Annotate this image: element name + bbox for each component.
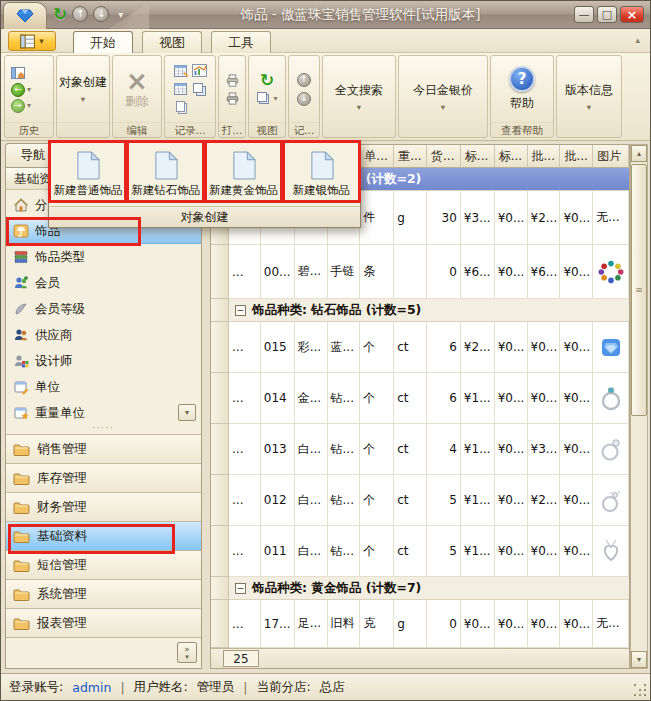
ribbon-tab-row: ▾ 开始 视图 工具 ▴ [1, 29, 650, 53]
sidebar-item-supplier[interactable]: 供应商 [6, 322, 201, 348]
table-row[interactable]: ...015彩...蓝...个ct6¥2...¥0...¥0...¥0... [211, 322, 629, 373]
sidebar-item-unit[interactable]: 单位 [6, 374, 201, 400]
table-row[interactable]: ...014金...钻...个ct6¥1...¥0...¥0...¥0... [211, 373, 629, 424]
table-row[interactable]: ...013白...钻...个ct4¥1...¥0...¥3...¥0... [211, 424, 629, 475]
annotation-box-new-silver [282, 140, 361, 203]
sidebar-group-finance[interactable]: 财务管理 [6, 492, 201, 521]
window-controls: — □ × [574, 6, 644, 23]
refresh-view-icon[interactable]: ↻ [260, 72, 274, 88]
column-header[interactable]: 标... [461, 145, 495, 168]
close-button[interactable]: × [620, 6, 644, 23]
ribbon-group-edit: × 删除 编辑 [112, 55, 162, 138]
fulltext-search-button[interactable]: 全文搜索 ▾ [323, 56, 395, 137]
record-down-icon[interactable]: ↓ [297, 92, 311, 106]
sidebar-group-report[interactable]: 报表管理 [6, 608, 201, 637]
column-header[interactable]: 标... [495, 145, 528, 168]
sidebar-overflow-button[interactable]: ▾ [178, 404, 196, 421]
user-value: 管理员 [197, 679, 235, 696]
table-group-row[interactable]: −饰品种类: 钻石饰品 (计数=5) [211, 299, 629, 322]
separator: | [243, 680, 247, 695]
grid-new-icon[interactable] [174, 64, 189, 79]
supplier-icon [13, 327, 29, 343]
sidebar-item-weight-unit[interactable]: 重量单位 ▾ [6, 400, 201, 426]
sidebar-item-member[interactable]: 会员 [6, 270, 201, 296]
record-up-icon[interactable]: ↑ [297, 73, 311, 87]
delete-button[interactable]: × 删除 [113, 56, 161, 122]
ribbon-group-print: 打... [218, 55, 246, 138]
table-row[interactable]: ...012白...钻...个ct5¥1...¥0...¥2...¥0... [211, 475, 629, 526]
table-row[interactable]: ...011白...钻...个ct5¥1...¥0...¥0...¥0... [211, 526, 629, 577]
grid-edit-icon[interactable] [174, 82, 189, 97]
sidebar-group-label: 报表管理 [37, 615, 87, 632]
column-header[interactable]: 单... [360, 145, 394, 168]
app-logo-tab[interactable] [3, 2, 47, 29]
column-header[interactable]: 批... [528, 145, 561, 168]
scrollbar-thumb[interactable]: ≡ [631, 164, 647, 416]
maximize-button[interactable]: □ [597, 6, 617, 23]
titlebar: ↻ ↑ ↓ ▾ 饰品 - 傲蓝珠宝销售管理软件[试用版本] — □ × [1, 1, 650, 29]
types-icon [13, 249, 29, 265]
sidebar-item-member-level[interactable]: 会员等级 [6, 296, 201, 322]
sidebar-item-label: 单位 [35, 379, 60, 396]
tab-view[interactable]: 视图 [142, 31, 202, 53]
group-label-history: 历史 [5, 122, 53, 137]
help-button[interactable]: ? 帮助 [491, 56, 553, 122]
tab-home[interactable]: 开始 [73, 31, 133, 53]
down-circle-icon[interactable]: ↓ [93, 6, 109, 22]
diamond-icon [16, 9, 34, 23]
sidebar-group-inventory[interactable]: 库存管理 [6, 463, 201, 492]
version-info-button[interactable]: 版本信息 ▾ [557, 56, 621, 137]
sidebar-group-system[interactable]: 系统管理 [6, 579, 201, 608]
sidebar-more-button[interactable]: » ▾ [177, 642, 197, 663]
forward-button[interactable]: → ▾ [9, 98, 33, 114]
chevron-down-icon[interactable]: ▾ [27, 101, 31, 110]
scroll-down-button[interactable]: ▾ [631, 651, 647, 668]
home-window-button[interactable] [9, 65, 28, 82]
table-row[interactable]: ...17...足...旧料克g0¥0...¥0...¥0...¥0...无..… [211, 600, 629, 648]
chevron-down-icon: ▾ [357, 102, 361, 112]
window-title: 饰品 - 傲蓝珠宝销售管理软件[试用版本] [161, 1, 560, 29]
back-button[interactable]: ← ▾ [9, 82, 33, 98]
column-header[interactable]: 图片 [593, 145, 629, 168]
table-row[interactable]: ...00...碧...手链条0¥6...¥0...¥6...¥0... [211, 245, 629, 299]
object-create-button[interactable]: 对象创建 ▾ [57, 56, 109, 122]
chevron-down-icon: ▾ [185, 653, 189, 661]
print-preview-icon[interactable] [225, 73, 240, 88]
sidebar-item-jewelry-type[interactable]: 饰品类型 [6, 244, 201, 270]
chevron-down-icon[interactable]: ▾ [27, 85, 31, 94]
printer-icon[interactable] [225, 91, 240, 106]
delete-x-icon: × [126, 69, 148, 93]
up-circle-icon[interactable]: ↑ [72, 6, 88, 22]
collapse-ribbon-icon[interactable]: ▴ [635, 35, 640, 45]
member-level-icon [13, 301, 29, 317]
ribbon-group-search: 全文搜索 ▾ [322, 55, 396, 138]
copy-icon[interactable] [192, 82, 207, 97]
app-window: ↻ ↑ ↓ ▾ 饰品 - 傲蓝珠宝销售管理软件[试用版本] — □ × ▾ 开始… [0, 0, 651, 701]
column-header[interactable]: 货... [427, 145, 461, 168]
sidebar-group-sales[interactable]: 销售管理 [6, 434, 201, 463]
collapse-icon[interactable]: − [235, 305, 246, 316]
minimize-button[interactable]: — [574, 6, 594, 23]
group-label-edit: 编辑 [113, 122, 161, 137]
scroll-up-button[interactable]: ▴ [631, 145, 647, 162]
chart-icon[interactable] [192, 64, 207, 79]
ribbon-group-gold-price: 今日金银价 ▾ [398, 55, 488, 138]
table-group-row[interactable]: −饰品种类: 黄金饰品 (计数=7) [211, 577, 629, 600]
pages-icon[interactable] [174, 100, 189, 115]
gold-price-button[interactable]: 今日金银价 ▾ [399, 56, 487, 137]
help-label: 帮助 [510, 95, 534, 112]
column-header[interactable]: 重... [394, 145, 427, 168]
sidebar-group-sms[interactable]: 短信管理 [6, 550, 201, 579]
layout-button[interactable]: ▾ [254, 90, 279, 107]
tab-tools[interactable]: 工具 [211, 31, 271, 53]
chevron-down-icon: ▾ [587, 102, 591, 112]
app-menu-button[interactable]: ▾ [8, 31, 56, 51]
sidebar-item-designer[interactable]: 设计师 [6, 348, 201, 374]
collapse-icon[interactable]: − [235, 583, 246, 594]
refresh-icon[interactable]: ↻ [53, 4, 67, 24]
resize-grip[interactable] [634, 684, 646, 696]
sidebar-splitter[interactable]: ····· [6, 426, 201, 434]
column-header[interactable]: 批... [560, 145, 593, 168]
qat-dropdown-icon[interactable]: ▾ [118, 9, 123, 20]
vertical-scrollbar[interactable]: ▴ ≡ ▾ [630, 144, 648, 669]
